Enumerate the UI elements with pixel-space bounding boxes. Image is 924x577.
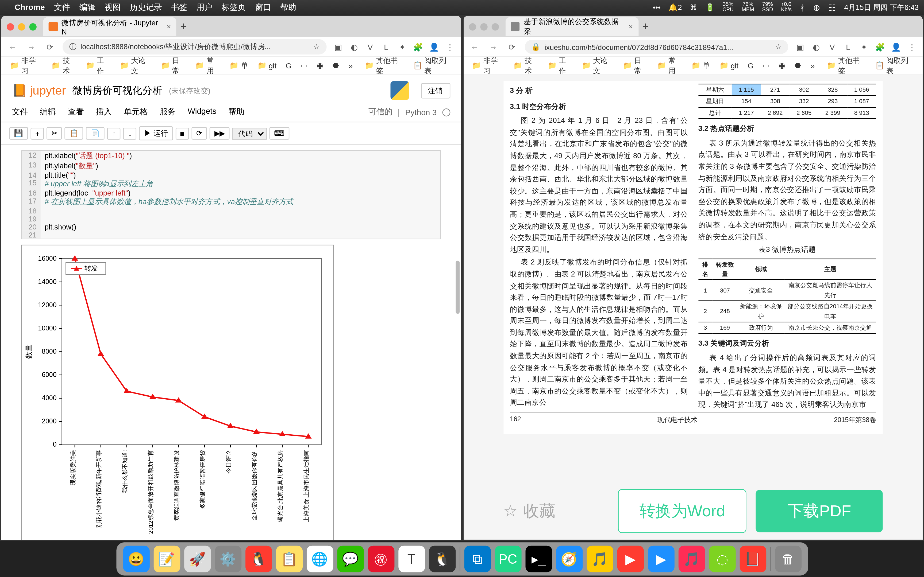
dock-app-qq[interactable]: 🐧 (245, 546, 272, 572)
dock-app-pdf[interactable]: 📕 (739, 546, 766, 572)
favorite-button[interactable]: ☆收藏 (503, 500, 609, 522)
menu-view[interactable]: 视图 (105, 2, 121, 13)
menu-edit[interactable]: 编辑 (79, 2, 95, 13)
jupyter-logo-icon[interactable]: 📙 jupyter (12, 83, 66, 98)
control-center-icon[interactable]: ☷ (828, 2, 836, 12)
menu-edit[interactable]: 编辑 (40, 106, 56, 118)
download-pdf-button[interactable]: 下载PDF (756, 490, 883, 532)
chrome-menu-icon[interactable]: ⋮ (444, 42, 455, 52)
close-tab-icon[interactable]: × (628, 23, 633, 31)
bookmark-folder[interactable]: 📁日常 (620, 54, 651, 77)
menu-file[interactable]: 文件 (12, 106, 28, 118)
dock-app-settings[interactable]: ⚙️ (215, 546, 241, 572)
bookmark-icon[interactable]: G (744, 60, 757, 71)
active-app-name[interactable]: Chrome (15, 3, 45, 12)
forward-button[interactable]: → (26, 42, 37, 52)
dock-app-terminal[interactable]: ▸_ (525, 546, 552, 572)
stop-button[interactable]: ■ (175, 127, 189, 139)
menu-user[interactable]: 用户 (197, 2, 213, 13)
restart-button[interactable]: ⟳ (192, 127, 207, 139)
bookmark-icon[interactable]: ▭ (759, 60, 773, 71)
command-palette-button[interactable]: ⌨ (270, 127, 289, 139)
new-tab-button[interactable]: + (642, 21, 648, 32)
other-bookmarks[interactable]: 📁其他书签 (824, 54, 869, 77)
browser-tab[interactable]: 基于新浪微博的公交系统数据采 × (505, 18, 638, 36)
restart-run-button[interactable]: ▶▶ (210, 127, 229, 139)
dock-app-vscode[interactable]: ⧉ (464, 546, 491, 572)
bookmark-folder[interactable]: 📁技术 (48, 54, 79, 77)
dock-app-media[interactable]: ▶ (648, 546, 674, 572)
bookmark-folder[interactable]: 📁工作 (82, 54, 114, 77)
menu-history[interactable]: 历史记录 (130, 2, 162, 13)
maximize-window-button[interactable] (29, 23, 36, 30)
back-button[interactable]: ← (469, 42, 481, 52)
menu-file[interactable]: 文件 (54, 2, 70, 13)
insert-cell-button[interactable]: + (31, 127, 44, 139)
menu-help[interactable]: 帮助 (228, 106, 244, 118)
bookmark-folder[interactable]: 📁大论文 (116, 54, 155, 77)
notification-bell-icon[interactable]: 🔔2 (669, 3, 682, 11)
dock-app-stickies[interactable]: 📋 (276, 546, 302, 572)
document-viewer[interactable]: 3 分 析 3.1 时空分布分析 图 2 为 2014 年 1 月 6 日—2 … (464, 74, 922, 540)
run-button[interactable]: ▶ 运行 (139, 126, 173, 140)
reload-button[interactable]: ⟳ (506, 42, 518, 52)
trusted-label[interactable]: 可信的 (368, 106, 393, 118)
menu-view[interactable]: 查看 (68, 106, 84, 118)
kernel-name[interactable]: Python 3 (405, 107, 437, 117)
menu-extra-dots-icon[interactable]: ••• (653, 3, 661, 11)
dock-app-pycharm[interactable]: PC (494, 546, 521, 572)
ext-icon-1[interactable]: ▣ (333, 42, 344, 52)
dock-app-safari[interactable]: 🧭 (556, 546, 583, 572)
ext-icon-2[interactable]: ◐ (811, 42, 822, 52)
bookmark-folder[interactable]: 📁技术 (510, 54, 541, 77)
battery-icon[interactable]: 🔋 (705, 3, 715, 11)
bookmark-icon[interactable]: ▭ (297, 60, 311, 71)
bookmark-folder[interactable]: 📁常用 (654, 54, 685, 77)
menu-extra-icon[interactable]: ⌘ (690, 3, 697, 11)
dock-app-finder[interactable]: 😀 (123, 546, 149, 572)
dock-app-loop[interactable]: ◌ (709, 546, 735, 572)
celltype-select[interactable]: 代码 (233, 127, 267, 139)
ext-icon-1[interactable]: ▣ (795, 42, 806, 52)
ext-icon-4[interactable]: L (381, 42, 391, 52)
menu-help[interactable]: 帮助 (280, 2, 296, 13)
reading-list[interactable]: 📋阅取列表 (410, 54, 455, 77)
bookmark-icon[interactable]: ◉ (775, 60, 789, 71)
browser-tab[interactable]: 微博房价可视化分析 - Jupyter N × (43, 18, 176, 36)
reload-button[interactable]: ⟳ (44, 42, 56, 52)
ext-icon-4[interactable]: L (843, 42, 853, 52)
convert-word-button[interactable]: 转换为Word (618, 489, 746, 533)
close-tab-icon[interactable]: × (166, 23, 171, 31)
menu-tabs[interactable]: 标签页 (221, 2, 246, 13)
bookmark-folder[interactable]: 📁日常 (158, 54, 189, 77)
bookmark-folder[interactable]: 📁git (716, 60, 741, 71)
notebook-title[interactable]: 微博房价可视化分析 (73, 84, 162, 97)
ext-icon-3[interactable]: V (827, 42, 838, 52)
bookmark-folder[interactable]: 📁大论文 (578, 54, 617, 77)
menu-widgets[interactable]: Widgets (188, 106, 216, 118)
menu-bookmarks[interactable]: 书签 (171, 2, 187, 13)
bookmark-star-icon[interactable]: ☆ (775, 42, 782, 51)
address-field[interactable]: 🔒 ixueshu.com/h5/document/072df8d76d6078… (525, 40, 788, 54)
bluetooth-icon[interactable]: ᚼ (800, 2, 805, 12)
dock-app-chrome[interactable]: 🌐 (306, 546, 333, 572)
close-window-button[interactable] (7, 23, 14, 30)
bookmark-folder[interactable]: 📁常用 (192, 54, 223, 77)
new-tab-button[interactable]: + (180, 21, 186, 32)
wifi-icon[interactable]: ⊕ (813, 2, 820, 12)
lock-icon[interactable]: 🔒 (531, 42, 541, 51)
ext-icon-5[interactable]: ✦ (859, 42, 869, 52)
dock-app-wechat[interactable]: 💬 (337, 546, 363, 572)
menu-insert[interactable]: 插入 (96, 106, 112, 118)
bookmark-overflow[interactable]: » (808, 60, 818, 71)
profile-avatar-icon[interactable]: 👤 (890, 42, 901, 52)
dock-app-text[interactable]: T (398, 546, 425, 572)
maximize-window-button[interactable] (491, 23, 498, 30)
clock[interactable]: 4月15日 周四 下午6:43 (844, 2, 919, 12)
code-cell[interactable]: 12plt.xlabel("话题 (top1-10) ") 13plt.ylab… (21, 150, 441, 239)
reading-list[interactable]: 📋阅取列表 (872, 54, 917, 77)
ext-icon-3[interactable]: V (365, 42, 376, 52)
bookmark-folder[interactable]: 📁单 (226, 59, 252, 72)
address-field[interactable]: ⓘ localhost:8888/notebooks/毕业设计/房价微博爬虫/微… (63, 39, 326, 55)
bookmark-folder[interactable]: 📁非学习 (7, 54, 45, 77)
